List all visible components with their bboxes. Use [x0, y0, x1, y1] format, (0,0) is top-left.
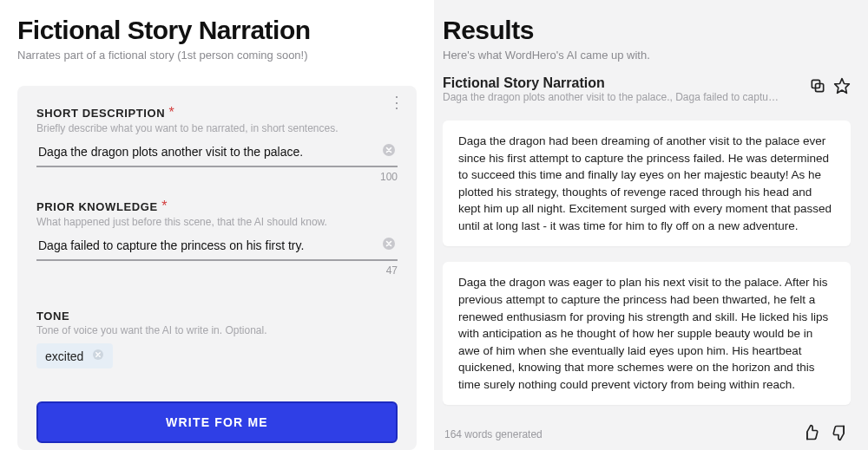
thumbs-up-icon[interactable] [802, 424, 819, 445]
short-desc-input[interactable] [36, 141, 398, 167]
field-tone: TONE Tone of voice you want the AI to wr… [36, 310, 398, 368]
outputs-list: Daga the dragon had been dreaming of ano… [443, 121, 851, 414]
output-card[interactable]: Daga the dragon was eager to plan his ne… [443, 262, 851, 405]
results-title: Results [443, 16, 851, 45]
tone-chip-label: excited [45, 349, 83, 363]
clear-icon[interactable] [382, 143, 396, 157]
required-asterisk: * [169, 105, 174, 120]
form-card: ⋮ SHORT DESCRIPTION * Briefly describe w… [17, 86, 417, 450]
prior-knowledge-help: What happened just before this scene, th… [36, 216, 398, 228]
result-header: Fictional Story Narration Daga the drago… [443, 75, 851, 103]
short-desc-counter: 100 [36, 171, 398, 183]
page-title: Fictional Story Narration [17, 16, 417, 45]
short-desc-help: Briefly describe what you want to be nar… [36, 122, 398, 134]
prior-knowledge-counter: 47 [36, 264, 398, 277]
tone-help: Tone of voice you want the AI to write i… [36, 324, 398, 336]
output-card[interactable]: Daga the dragon had been dreaming of ano… [443, 121, 851, 246]
word-count: 164 words generated [444, 428, 802, 440]
page-subtitle: Narrates part of a fictional story (1st … [17, 49, 417, 62]
clear-icon[interactable] [382, 237, 396, 251]
prior-knowledge-label: PRIOR KNOWLEDGE [36, 200, 158, 213]
field-prior-knowledge: PRIOR KNOWLEDGE * What happened just bef… [36, 199, 398, 277]
results-footer: 164 words generated [443, 414, 851, 450]
close-icon[interactable] [92, 349, 104, 363]
short-desc-label: SHORT DESCRIPTION [36, 107, 165, 120]
result-item-title: Fictional Story Narration [443, 75, 809, 91]
copy-icon[interactable] [809, 77, 826, 98]
required-asterisk: * [161, 199, 167, 213]
result-item-meta: Daga the dragon plots another visit to t… [443, 91, 781, 103]
prior-knowledge-input[interactable] [36, 235, 398, 261]
write-for-me-button[interactable]: WRITE FOR ME [36, 401, 398, 443]
tone-label: TONE [36, 310, 398, 323]
svg-marker-5 [835, 79, 850, 94]
tone-chip[interactable]: excited [36, 343, 113, 368]
kebab-menu-icon[interactable]: ⋮ [389, 95, 404, 110]
field-short-description: SHORT DESCRIPTION * Briefly describe wha… [36, 105, 398, 183]
form-panel: Fictional Story Narration Narrates part … [0, 0, 434, 450]
results-subtitle: Here's what WordHero's AI came up with. [443, 49, 851, 62]
star-icon[interactable] [833, 77, 851, 98]
results-panel: Results Here's what WordHero's AI came u… [434, 0, 868, 450]
thumbs-down-icon[interactable] [832, 424, 849, 445]
